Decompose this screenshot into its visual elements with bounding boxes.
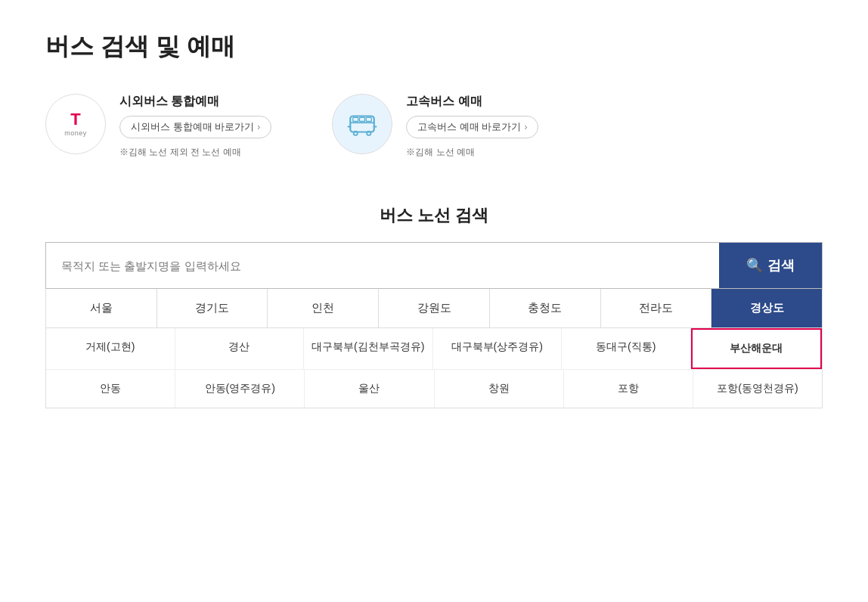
dest-pohang-dongyeongcheon[interactable]: 포항(동영천경유) [693, 370, 822, 408]
destinations-row-1: 거제(고현) 경산 대구북부(김천부곡경유) 대구북부(상주경유) 동대구(직통… [46, 328, 822, 370]
bus-icon-wrap [332, 94, 392, 154]
tab-seoul[interactable]: 서울 [46, 289, 157, 327]
dest-andong[interactable]: 안동 [46, 370, 175, 408]
region-tabs: 서울 경기도 인천 강원도 충청도 전라도 경상도 [45, 289, 823, 328]
intercity-bus-card: T money 시외버스 통합예매 시외버스 통합예매 바로가기 › ※김해 노… [45, 94, 271, 159]
dest-daegu-north-gimcheon[interactable]: 대구북부(김천부곡경유) [304, 328, 433, 369]
express-bus-info: 고속버스 예매 고속버스 예매 바로가기 › ※김해 노선 예매 [406, 94, 538, 159]
svg-rect-6 [360, 117, 365, 121]
intercity-bus-note: ※김해 노선 제외 전 노선 예매 [119, 146, 271, 159]
tab-incheon[interactable]: 인천 [268, 289, 379, 327]
dest-busan-haeundae[interactable]: 부산해운대 [691, 328, 823, 369]
search-icon: 🔍 [746, 257, 763, 274]
dest-geoje[interactable]: 거제(고현) [46, 328, 175, 369]
dest-pohang[interactable]: 포항 [564, 370, 693, 408]
intercity-bus-title: 시외버스 통합예매 [119, 94, 271, 110]
page-title: 버스 검색 및 예매 [45, 30, 823, 64]
dest-changwon[interactable]: 창원 [435, 370, 564, 408]
search-section-title: 버스 노선 검색 [45, 204, 823, 227]
svg-rect-5 [353, 117, 358, 121]
tab-gyeonggi[interactable]: 경기도 [157, 289, 268, 327]
tmoney-t: T [70, 111, 80, 128]
intercity-bus-link-btn[interactable]: 시외버스 통합예매 바로가기 › [119, 116, 271, 138]
dest-dongdaegu[interactable]: 동대구(직통) [562, 328, 691, 369]
express-bus-link-label: 고속버스 예매 바로가기 [417, 120, 521, 134]
search-bar: 🔍 검색 [45, 242, 823, 289]
search-input[interactable] [46, 243, 719, 288]
destinations-table: 거제(고현) 경산 대구북부(김천부곡경유) 대구북부(상주경유) 동대구(직통… [45, 328, 823, 408]
express-bus-link-btn[interactable]: 고속버스 예매 바로가기 › [406, 116, 538, 138]
chevron-right-icon: › [257, 122, 260, 132]
bus-icon [346, 108, 378, 140]
intercity-bus-info: 시외버스 통합예매 시외버스 통합예매 바로가기 › ※김해 노선 제외 전 노… [119, 94, 271, 159]
search-button-label: 검색 [767, 256, 795, 275]
svg-point-3 [367, 132, 370, 135]
chevron-right-icon2: › [524, 122, 527, 132]
dest-andong-yeongju[interactable]: 안동(영주경유) [175, 370, 305, 408]
tab-gangwon[interactable]: 강원도 [379, 289, 490, 327]
dest-daegu-north-sangju[interactable]: 대구북부(상주경유) [433, 328, 563, 369]
tab-chungcheong[interactable]: 충청도 [490, 289, 601, 327]
express-bus-card: 고속버스 예매 고속버스 예매 바로가기 › ※김해 노선 예매 [332, 94, 538, 159]
tab-jeolla[interactable]: 전라도 [601, 289, 712, 327]
intercity-bus-link-label: 시외버스 통합예매 바로가기 [131, 120, 254, 134]
dest-gyeongsan[interactable]: 경산 [175, 328, 305, 369]
svg-point-2 [354, 132, 358, 135]
tmoney-sub: money [64, 129, 87, 137]
tmoney-logo: T money [64, 111, 87, 137]
svg-rect-0 [350, 116, 374, 132]
svg-rect-7 [366, 117, 371, 121]
booking-section: T money 시외버스 통합예매 시외버스 통합예매 바로가기 › ※김해 노… [45, 94, 823, 159]
tmoney-icon-wrap: T money [45, 94, 106, 154]
express-bus-note: ※김해 노선 예매 [406, 146, 538, 159]
destinations-row-2: 안동 안동(영주경유) 울산 창원 포항 포항(동영천경유) [46, 370, 822, 408]
express-bus-title: 고속버스 예매 [406, 94, 538, 110]
search-button[interactable]: 🔍 검색 [719, 243, 822, 288]
search-section: 버스 노선 검색 🔍 검색 서울 경기도 인천 강원도 충청도 전라도 경상도 … [45, 204, 823, 408]
tab-gyeongsang[interactable]: 경상도 [711, 289, 822, 327]
dest-ulsan[interactable]: 울산 [305, 370, 434, 408]
